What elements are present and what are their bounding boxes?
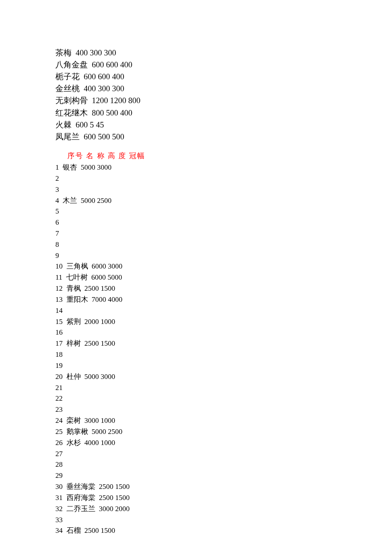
- table-row: 26 水杉 4000 1000: [55, 437, 337, 448]
- top-list-item: 火棘 600 5 45: [55, 119, 337, 131]
- table-row: 31 西府海棠 2500 1500: [55, 492, 337, 503]
- table-row: 32 二乔玉兰 3000 2000: [55, 503, 337, 515]
- table-row: 18: [55, 349, 337, 360]
- top-list-item: 金丝桃 400 300 300: [55, 83, 337, 95]
- table-row: 11 七叶树 6000 5000: [55, 272, 337, 283]
- table-row: 1 银杏 5000 3000: [55, 162, 337, 173]
- table-row: 3: [55, 184, 337, 195]
- table-row: 12 青枫 2500 1500: [55, 283, 337, 294]
- table-row: 20 杜仲 5000 3000: [55, 371, 337, 382]
- table-row: 25 鹅掌楸 5000 2500: [55, 426, 337, 437]
- table-row: 23: [55, 404, 337, 415]
- table-row: 5: [55, 206, 337, 217]
- table-row: 13 重阳木 7000 4000: [55, 294, 337, 305]
- table-row: 9: [55, 250, 337, 261]
- table-row: 33: [55, 515, 337, 526]
- top-list-item: 红花继木 800 500 400: [55, 107, 337, 119]
- top-list-item: 凤尾兰 600 500 500: [55, 131, 337, 143]
- top-list-item: 无刺构骨 1200 1200 800: [55, 95, 337, 107]
- top-plant-list: 茶梅 400 300 300八角金盘 600 600 400栀子花 600 60…: [55, 47, 337, 143]
- top-list-item: 八角金盘 600 600 400: [55, 59, 337, 71]
- top-list-item: 茶梅 400 300 300: [55, 47, 337, 59]
- plant-table: 1 银杏 5000 3000234 木兰 5000 25005678910 三角…: [55, 162, 337, 536]
- table-row: 2: [55, 173, 337, 184]
- table-row: 10 三角枫 6000 3000: [55, 261, 337, 272]
- table-row: 8: [55, 239, 337, 250]
- table-row: 15 紫荆 2000 1000: [55, 316, 337, 327]
- table-row: 24 栾树 3000 1000: [55, 415, 337, 426]
- table-row: 22: [55, 393, 337, 404]
- table-row: 27: [55, 448, 337, 460]
- table-row: 19: [55, 360, 337, 371]
- table-row: 21: [55, 382, 337, 393]
- top-list-item: 栀子花 600 600 400: [55, 71, 337, 83]
- table-row: 29: [55, 470, 337, 481]
- table-row: 14: [55, 305, 337, 316]
- table-row: 16: [55, 327, 337, 338]
- table-row: 17 梓树 2500 1500: [55, 338, 337, 349]
- table-row: 7: [55, 228, 337, 239]
- table-row: 30 垂丝海棠 2500 1500: [55, 481, 337, 492]
- table-row: 6: [55, 217, 337, 228]
- table-row: 28: [55, 459, 337, 470]
- table-row: 4 木兰 5000 2500: [55, 195, 337, 206]
- table-row: 34 石榴 2500 1500: [55, 525, 337, 536]
- table-header: 序号 名 称 高 度 冠幅: [55, 150, 337, 161]
